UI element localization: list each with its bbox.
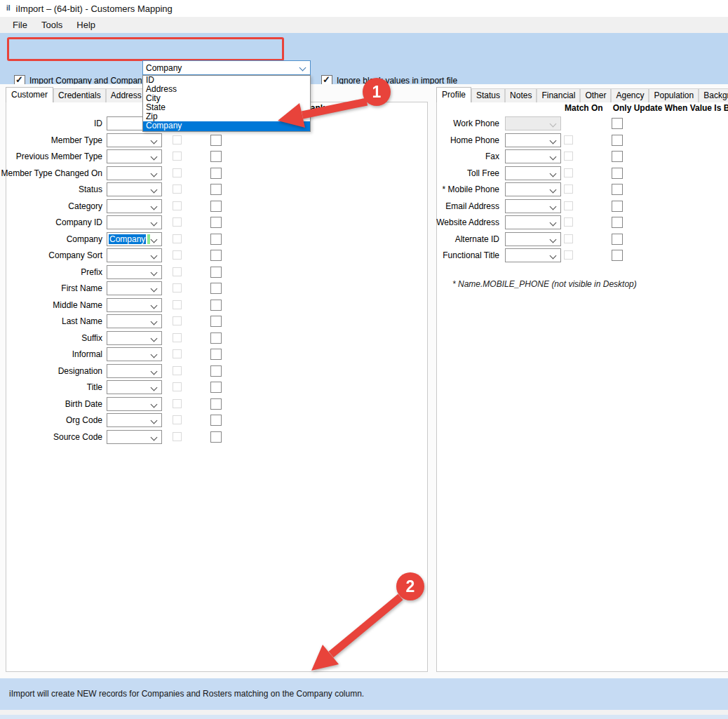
tab-background[interactable]: Background [699, 88, 728, 102]
bottom-strip-blue [0, 715, 728, 719]
tab-customer[interactable]: Customer [6, 87, 53, 102]
profile-mapping-panel [436, 102, 728, 672]
tab-credentials[interactable]: Credentials [53, 88, 106, 102]
right-tab-strip: ProfileStatusNotesFinancialOtherAgencyPo… [436, 88, 728, 102]
bottom-strip [0, 710, 728, 715]
dropdown-option-address[interactable]: Address [143, 85, 310, 94]
app-icon: iI [6, 4, 11, 13]
menu-bar: File Tools Help [0, 17, 728, 33]
matching-dropdown-list: IDAddressCityStateZipCompany [142, 75, 311, 132]
chevron-down-icon [299, 65, 306, 72]
dropdown-option-company[interactable]: Company [143, 121, 310, 130]
dropdown-option-city[interactable]: City [143, 94, 310, 103]
menu-file[interactable]: File [6, 18, 34, 32]
tab-profile[interactable]: Profile [436, 87, 471, 102]
matching-combobox-value: Company [146, 63, 182, 73]
annotation-highlight-box [7, 37, 284, 61]
tab-population[interactable]: Population [649, 88, 699, 102]
dropdown-option-state[interactable]: State [143, 103, 310, 112]
status-message: iImport will create NEW records for Comp… [9, 689, 364, 699]
tab-financial[interactable]: Financial [537, 88, 580, 102]
window-title: iImport – (64-bit) - Customers Mapping [16, 4, 173, 14]
tab-notes[interactable]: Notes [505, 88, 537, 102]
only-update-header: Only Update When Value Is Blank [613, 103, 728, 113]
tab-address[interactable]: Address [106, 88, 147, 102]
menu-help[interactable]: Help [69, 18, 102, 32]
right-column-headers: Match On Only Update When Value Is Blank [565, 103, 728, 113]
matching-combobox[interactable]: Company [142, 60, 311, 75]
match-on-header: Match On [565, 103, 603, 113]
menu-tools[interactable]: Tools [34, 18, 69, 32]
tab-agency[interactable]: Agency [611, 88, 649, 102]
status-bar: iImport will create NEW records for Comp… [0, 678, 728, 710]
title-bar: iI iImport – (64-bit) - Customers Mappin… [0, 0, 728, 17]
tab-status[interactable]: Status [471, 88, 505, 102]
tab-other[interactable]: Other [580, 88, 611, 102]
mobile-phone-note: * Name.MOBILE_PHONE (not visible in Desk… [452, 279, 637, 289]
customer-mapping-panel [6, 102, 428, 672]
